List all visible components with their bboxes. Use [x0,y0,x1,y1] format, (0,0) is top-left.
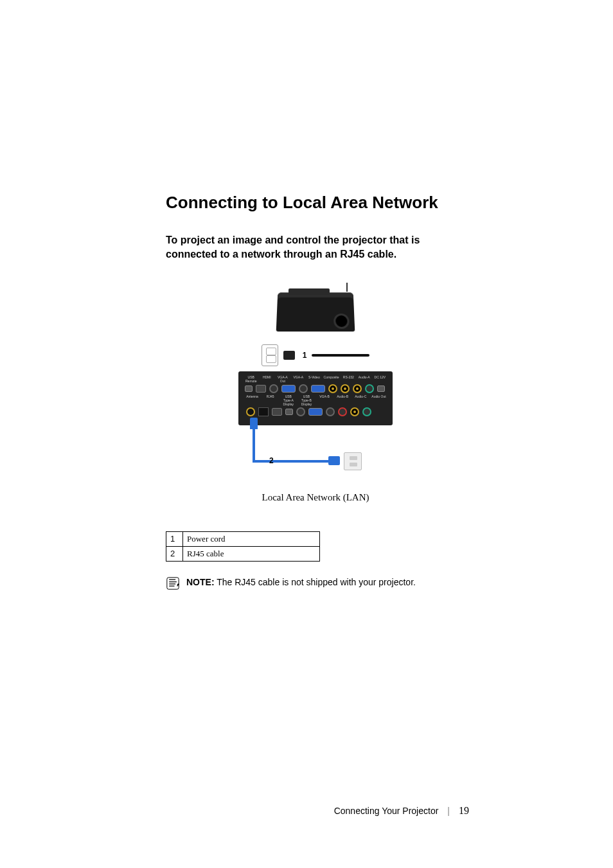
port-label: Audio-A [358,375,371,383]
section-heading: Connecting to Local Area Network [166,193,465,213]
section-subheading: To project an image and control the proj… [166,233,461,261]
port-label: Composite [324,375,339,383]
dc12v-port [377,385,385,392]
screw-icon [299,384,308,393]
vga-out-port [281,385,296,393]
footer-separator: | [447,806,450,816]
callout-label-2: 2 [269,456,274,465]
port-labels-row1: USB Remote HDMI VGA-A Out VGA-A S-Video … [242,375,389,383]
usb-remote-port [245,385,253,392]
rj45-plug-icon [250,418,258,429]
port-label: RJ45 [263,394,278,406]
rj45-port [258,407,269,416]
rs232-port [353,384,362,393]
usb-b-port [285,409,293,415]
vga-a-port [311,385,325,393]
table-row: 1 Power cord [166,532,320,547]
rj45-plug-icon [328,456,340,465]
port-label: HDMI [261,375,274,383]
note-icon [166,577,180,590]
antenna-port [246,407,255,416]
screw-icon [269,384,278,393]
ports-row-2 [242,406,389,418]
lan-wall-jack-icon [344,452,362,470]
legend-num: 2 [166,547,183,562]
port-label: USB Remote [245,375,258,383]
port-label: DC 12V [374,375,387,383]
callout-label-1: 1 [303,351,307,360]
port-label: Audio-C [353,394,368,406]
rj45-wire [253,429,255,463]
page-footer: Connecting Your Projector | 19 [334,805,469,817]
hdmi-port [256,385,266,393]
port-label: VGA-A Out [276,375,289,383]
power-cord-line [312,354,369,357]
projector-top-panel [289,288,330,295]
vga-b-port [308,408,323,416]
projector-illustration [264,287,367,338]
port-label: VGA-A [292,375,305,383]
projector-body [276,293,355,332]
note-label: NOTE: [186,577,215,587]
power-cord-row: 1 [238,344,393,366]
footer-page-number: 19 [459,805,469,817]
table-row: 2 RJ45 cable [166,547,320,562]
port-label: RS-232 [342,375,355,383]
projector-lens [333,314,350,329]
screw-icon [296,407,305,416]
rj45-cable-illustration: 2 [238,429,393,481]
audio-c-port [350,407,359,416]
port-label: S-Video [308,375,321,383]
page: Connecting to Local Area Network To proj… [0,0,613,868]
port-label: Audio-B [335,394,350,406]
legend-num: 1 [166,532,183,547]
audio-out-port [362,407,371,416]
composite-port [341,384,350,393]
figure-caption: Local Area Network (LAN) [166,492,465,503]
screw-icon [326,407,335,416]
audio-a-port [365,384,374,393]
note-block: NOTE: The RJ45 cable is not shipped with… [166,577,465,590]
audio-b-port [338,407,347,416]
footer-section: Connecting Your Projector [334,806,439,816]
wall-outlet-icon [262,344,278,366]
usb-a-port [272,408,282,416]
note-text: NOTE: The RJ45 cable is not shipped with… [186,577,416,587]
legend-desc: RJ45 cable [183,547,320,562]
svideo-port [328,384,337,393]
port-labels-row2: Antenna RJ45 USB Type-A Display USB Type… [242,394,389,406]
power-plug-icon [283,351,295,360]
port-label: Antenna [245,394,260,406]
legend-table: 1 Power cord 2 RJ45 cable [166,531,320,562]
note-body: The RJ45 cable is not shipped with your … [215,577,416,587]
port-label: Audio Out [371,394,386,406]
port-label: USB Type-B Display [299,394,314,406]
port-label: USB Type-A Display [281,394,296,406]
projector-antenna [346,283,348,292]
legend-desc: Power cord [183,532,320,547]
projector-back-panel: USB Remote HDMI VGA-A Out VGA-A S-Video … [238,371,393,425]
connection-figure: 1 USB Remote HDMI VGA-A Out VGA-A S-Vide… [238,287,393,481]
rj45-wire-horizontal [253,460,330,463]
ports-row-1 [242,383,389,394]
port-label: VGA-B [317,394,332,406]
